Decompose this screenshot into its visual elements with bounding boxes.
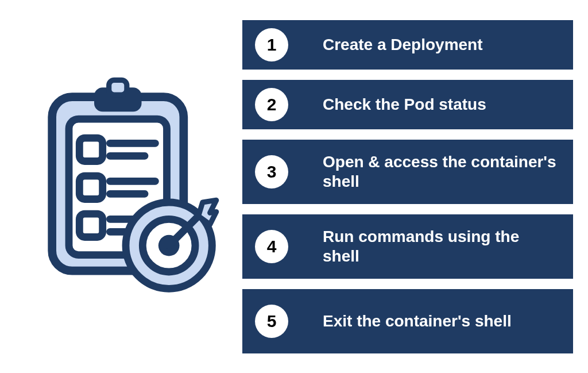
step-number-badge: 5 <box>255 305 288 338</box>
step-label: Exit the container's shell <box>323 312 512 331</box>
step-number-badge: 4 <box>255 230 288 263</box>
step-5: 5 Exit the container's shell <box>242 289 573 353</box>
step-number-badge: 1 <box>255 28 288 61</box>
step-label: Run commands using the shell <box>323 227 557 266</box>
svg-rect-10 <box>79 214 102 237</box>
svg-rect-3 <box>109 80 127 95</box>
step-label: Check the Pod status <box>323 95 486 114</box>
step-number-badge: 2 <box>255 88 288 121</box>
step-number-badge: 3 <box>255 155 288 189</box>
target-icon <box>126 200 216 289</box>
step-label: Create a Deployment <box>323 35 483 55</box>
steps-list: 1 Create a Deployment 2 Check the Pod st… <box>232 20 573 353</box>
svg-rect-7 <box>79 176 102 199</box>
svg-rect-4 <box>79 138 102 161</box>
step-1: 1 Create a Deployment <box>242 20 573 70</box>
step-2: 2 Check the Pod status <box>242 80 573 129</box>
step-3: 3 Open & access the container's shell <box>242 140 573 204</box>
step-4: 4 Run commands using the shell <box>242 214 573 279</box>
step-label: Open & access the container's shell <box>323 152 557 191</box>
diagram-root: 1 Create a Deployment 2 Check the Pod st… <box>0 0 588 373</box>
clipboard-target-illustration <box>20 76 232 297</box>
clipboard-icon <box>31 76 220 297</box>
